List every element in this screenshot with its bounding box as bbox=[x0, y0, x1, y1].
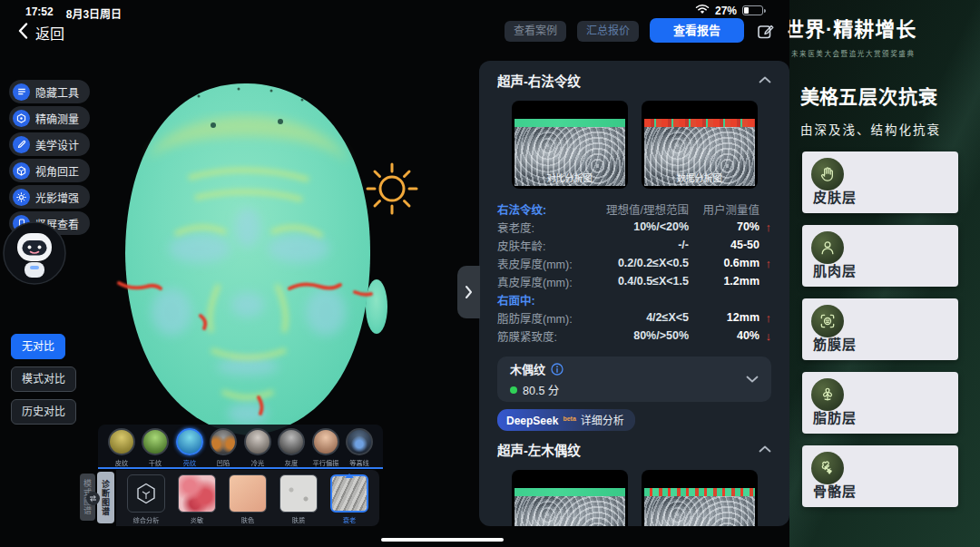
table-subheader-row: 右面中: bbox=[497, 290, 771, 308]
table-row: 真皮厚度(mm): 0.4/0.5≤X<1.5 1.2mm bbox=[497, 272, 771, 290]
reset-view-button[interactable]: 视角回正 bbox=[9, 159, 90, 182]
mode-thumb-skin-texture[interactable]: 皮纹 bbox=[105, 428, 138, 467]
promo-subtitle: 未来医美大会暨追光大赏颁奖盛典 bbox=[791, 48, 980, 58]
face-thumb-image bbox=[142, 428, 169, 455]
mode-thumb-contour-lines[interactable]: 等高线 bbox=[343, 428, 376, 467]
section-left-muppet-header[interactable]: 超声-左木偶纹 bbox=[497, 440, 771, 458]
diag-thumb-image bbox=[178, 474, 216, 513]
layer-card-skin[interactable]: 皮肤层 bbox=[802, 151, 958, 213]
ultrasound-images-left-muppet bbox=[497, 470, 771, 526]
hide-tools-label: 隐藏工具 bbox=[35, 84, 79, 100]
bone-icon bbox=[811, 452, 844, 484]
score-status-dot bbox=[510, 386, 517, 394]
chevron-left-icon bbox=[18, 23, 28, 43]
layer-card-bone[interactable]: 骨骼层 bbox=[802, 445, 958, 507]
face-thumb-image bbox=[176, 428, 203, 455]
diag-thumb-image bbox=[229, 474, 267, 513]
top-action-bar: 查看案例 汇总报价 查看报告 bbox=[505, 18, 806, 43]
light-direction-sun-icon[interactable] bbox=[365, 161, 419, 216]
summary-quote-button[interactable]: 汇总报价 bbox=[577, 21, 639, 42]
aesthetic-design-button[interactable]: 美学设计 bbox=[9, 132, 90, 156]
light-enhance-label: 光影增强 bbox=[35, 190, 79, 205]
chevron-right-icon bbox=[465, 285, 473, 299]
trend-up-icon: ↑ bbox=[760, 311, 771, 325]
ai-assistant-avatar[interactable] bbox=[2, 220, 67, 286]
mode-thumb-depression[interactable]: 凹陷 bbox=[207, 428, 240, 467]
table-row: 筋膜紧致度: 80%/>50% 40% ↓ bbox=[497, 327, 771, 345]
left-toolbar: 隐藏工具 精确测量 美学设计 视角回正 光影增强 竖屏查看 bbox=[9, 80, 90, 235]
layer-card-fascia[interactable]: 筋膜层 bbox=[802, 298, 958, 360]
diag-thumb-skin-quality[interactable]: 肤质 bbox=[279, 474, 318, 526]
layer-label: 脂肪层 bbox=[813, 407, 857, 426]
section-right-nasolabial-header[interactable]: 超声-右法令纹 bbox=[497, 71, 771, 89]
home-indicator[interactable] bbox=[381, 538, 504, 542]
diagnosis-thumbs: 综合分析 炎敏 肤色 肤质 衰老 bbox=[116, 470, 379, 526]
diag-thumb-skin-tone[interactable]: 肤色 bbox=[229, 474, 267, 526]
layer-card-muscle[interactable]: 肌肉层 bbox=[802, 225, 958, 287]
analysis-band-red bbox=[644, 119, 755, 127]
measurement-table: 右法令纹: 理想值/理想范围 用户测量值 衰老度: 10%/<20% 70% ↑… bbox=[497, 200, 771, 345]
precise-measure-button[interactable]: 精确测量 bbox=[9, 106, 90, 130]
chevron-up-icon[interactable] bbox=[759, 445, 771, 453]
ultrasound-data-image[interactable]: 数据分析图 bbox=[642, 101, 758, 189]
mode-thumb-grayscale[interactable]: 灰度 bbox=[275, 428, 308, 467]
ultrasound-images: 对比分析图 数据分析图 bbox=[497, 101, 771, 189]
face-model-3d[interactable] bbox=[107, 78, 388, 441]
layer-card-fat[interactable]: 脂肪层 bbox=[802, 372, 958, 434]
diag-thumb-inflammation[interactable]: 炎敏 bbox=[178, 474, 216, 526]
trend-up-icon: ↑ bbox=[760, 220, 771, 234]
diag-thumb-comprehensive[interactable]: 综合分析 bbox=[127, 474, 165, 526]
mode-compare-button[interactable]: 模式对比 bbox=[11, 366, 76, 392]
clover-icon bbox=[811, 378, 844, 411]
wifi-icon bbox=[695, 4, 710, 17]
status-bar-left: 17:52 8月3日周日 bbox=[25, 5, 122, 21]
mode-thumb-bright-lines[interactable]: 亮纹 bbox=[173, 428, 206, 467]
hide-tools-button[interactable]: 隐藏工具 bbox=[9, 80, 90, 103]
reset-view-icon bbox=[13, 162, 30, 180]
section-title: 超声-左木偶纹 bbox=[497, 440, 581, 459]
battery-icon bbox=[742, 5, 763, 15]
aesthetic-design-icon bbox=[13, 136, 30, 153]
edit-note-icon[interactable] bbox=[755, 22, 775, 42]
precise-measure-icon bbox=[13, 110, 30, 127]
deepseek-brand: DeepSeek bbox=[506, 415, 558, 427]
image-caption: 数据分析图 bbox=[642, 171, 758, 184]
table-row: 皮肤年龄: -/- 45-50 bbox=[497, 236, 771, 254]
info-icon[interactable] bbox=[551, 363, 564, 376]
chevron-down-icon[interactable] bbox=[746, 376, 759, 383]
face-thumb-image bbox=[312, 428, 339, 455]
light-enhance-button[interactable]: 光影增强 bbox=[9, 185, 90, 209]
diag-thumb-aging[interactable]: 衰老 bbox=[330, 474, 368, 526]
analysis-band-green bbox=[514, 119, 625, 127]
deepseek-badge[interactable]: DeepSeek beta 详细分析 bbox=[497, 409, 635, 431]
view-report-button[interactable]: 查看报告 bbox=[650, 18, 744, 43]
render-mode-row: 皮纹 干纹 亮纹 凹陷 冷光 灰度 平行偏振 等高线 bbox=[98, 425, 383, 469]
table-row: 表皮厚度(mm): 0.2/0.2≤X<0.5 0.6mm ↑ bbox=[497, 254, 771, 272]
view-cases-button[interactable]: 查看案例 bbox=[505, 21, 566, 42]
table-row: 脂肪厚度(mm): 4/2≤X<5 12mm ↑ bbox=[497, 308, 771, 327]
aesthetic-design-label: 美学设计 bbox=[35, 137, 79, 152]
no-compare-button[interactable]: 无对比 bbox=[11, 334, 65, 359]
analysis-panel[interactable]: 超声-右法令纹 对比分析图 数据分析图 右法令纹: 理想值/理想范围 用户测量值 bbox=[479, 61, 789, 526]
light-enhance-icon bbox=[13, 189, 30, 206]
ultrasound-compare-image[interactable]: 对比分析图 bbox=[512, 101, 628, 189]
mode-thumb-cold-light[interactable]: 冷光 bbox=[241, 428, 274, 467]
mode-thumb-parallel-polarized[interactable]: 平行偏振 bbox=[309, 428, 342, 467]
mode-thumb-dry-lines[interactable]: 干纹 bbox=[139, 428, 172, 467]
panel-collapse-handle[interactable] bbox=[457, 266, 480, 318]
diag-thumb-image bbox=[127, 474, 165, 513]
muppet-lines-card[interactable]: 木偶纹 80.5 分 bbox=[497, 357, 771, 402]
ultrasound-compare-image[interactable] bbox=[512, 470, 628, 526]
diag-thumb-image bbox=[330, 474, 368, 513]
promo-side-panel: 世界·精耕增长 未来医美大会暨追光大赏颁奖盛典 美格五层次抗衰 由深及浅、结构化… bbox=[789, 0, 980, 547]
app-root: 17:52 8月3日周日 27% 返回 查看案例 汇总报价 查看报告 隐藏工具 bbox=[0, 0, 980, 547]
beta-tag: beta bbox=[563, 415, 575, 422]
back-button[interactable]: 返回 bbox=[18, 22, 64, 44]
atlas-row: 模式图谱 诊断图谱 综合分析 炎敏 肤色 肤质 衰老 bbox=[78, 470, 379, 526]
swap-tabs-icon[interactable] bbox=[86, 492, 100, 505]
ultrasound-data-image[interactable] bbox=[642, 470, 758, 526]
history-compare-button[interactable]: 历史对比 bbox=[11, 399, 76, 425]
chevron-up-icon[interactable] bbox=[759, 76, 771, 83]
layer-label: 肌肉层 bbox=[813, 260, 857, 279]
hand-icon bbox=[811, 158, 844, 190]
